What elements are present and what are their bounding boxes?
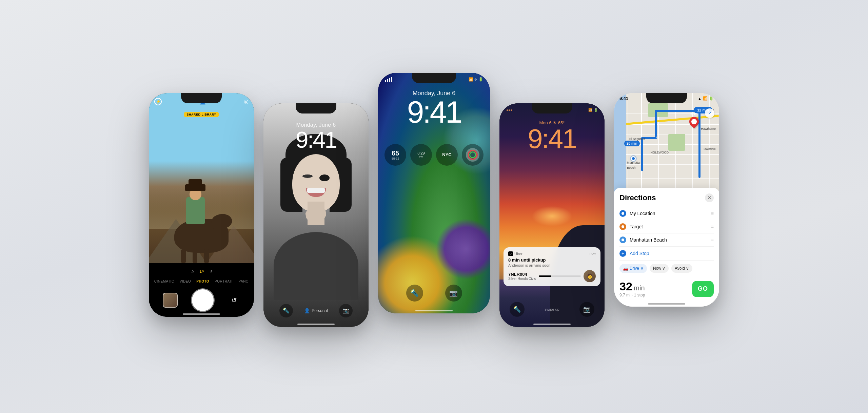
phone-maps: Westchester Hawthorne Lawndale El Segund… [614,93,719,307]
el-segundo-label: El Segundo [629,137,645,141]
carrier-3: 📶 ✈ 🔋 [469,77,483,82]
map-view: Westchester Hawthorne Lawndale El Segund… [614,93,719,195]
go-button[interactable]: GO [692,281,714,297]
camera-icon-2[interactable]: 📷 [339,304,353,317]
directions-header: Directions ✕ [619,193,714,202]
uber-arriving-text: Anderson is arriving soon [508,263,596,267]
mode-photo[interactable]: PHOTO [196,280,209,283]
manhattan-label: Manhattan [627,161,642,164]
route-detail-text: 9.7 mi · 1 stop [619,293,645,297]
uber-driver-avatar: 🧑 [584,270,596,282]
widget-time: 8:29 [417,151,425,155]
lock-bottom-2: 🔦 👤 Personal 📷 [263,304,369,317]
lock-time-area-3: Monday, June 6 9:41 [378,90,490,127]
home-indicator-5 [648,303,685,305]
uber-header: U Uber now [508,251,596,256]
current-location-arrow[interactable]: ↗ [705,108,714,118]
avoid-button[interactable]: Avoid ∨ [671,264,692,273]
bw-screen: Monday, June 6 9:41 🔦 👤 Personal 📷 [263,103,369,327]
lock-bottom-3: 🔦 📷 [378,285,490,302]
add-stop-label[interactable]: Add Stop [630,251,649,256]
reorder-icon-1[interactable]: ≡ [711,211,714,216]
manhattan-beach-row: Manhattan Beach ≡ [619,233,714,247]
camera-screen: ⚡ 👤 ◎ SHARED LIBRARY .5 1× 3 CINEMATIC [149,93,254,317]
manhattan-beach-dot [619,236,626,243]
rider-figure [167,168,235,263]
route-summary: 32 min 9.7 mi · 1 stop GO [619,276,714,297]
widgets-row-3: 65 55·72 8:29 PM NYC [378,144,490,166]
reorder-icon-2[interactable]: ≡ [711,224,714,229]
sunset-screen: ●●● 📶🔋 Mon 6 ☀ 65° 9:41 U Uber [499,103,605,327]
uber-time-ago: now [590,252,596,255]
status-bar-5: 9:41 ▲ 📶 🔋 [614,93,719,104]
status-bar-4: ●●● 📶🔋 [499,107,605,113]
uber-icon: U [508,251,513,256]
uber-pickup-title: 8 min until pickup [508,257,596,263]
close-directions-button[interactable]: ✕ [705,193,714,202]
directions-title: Directions [619,193,656,202]
time-button[interactable]: Now ∨ [650,264,669,273]
uber-plate-info: 7NLR004 Silver Honda Civic [508,272,536,281]
camera-controls: .5 1× 3 CINEMATIC VIDEO PHOTO PORTRAIT P… [149,263,254,316]
mode-pano[interactable]: PANO [239,280,249,283]
activity-rings [466,148,479,162]
activity-widget [462,144,484,166]
route-time-value: 32 [619,280,632,293]
hawthorne-label: Hawthorne [701,127,716,130]
widget-range: 55·72 [392,157,399,160]
target-row: Target ≡ [619,220,714,233]
reorder-icon-3[interactable]: ≡ [711,237,714,243]
city-widget: NYC [436,144,458,166]
flip-camera-icon[interactable]: ↺ [228,294,240,306]
flashlight-icon-2[interactable]: 🔦 [279,304,293,317]
uber-car-desc: Silver Honda Civic [508,277,536,281]
settings-circle-icon[interactable]: ◎ [244,98,249,105]
notch [181,93,222,103]
transport-options-row: 🚗 Drive ∨ Now ∨ Avoid ∨ [619,260,714,276]
shared-library-badge: SHARED LIBRARY [184,112,219,117]
manhattan-beach-label: Manhattan Beach [630,237,708,243]
flash-icon[interactable]: ⚡ [154,98,162,105]
time-widget: 8:29 PM [410,144,432,166]
zoom-1x[interactable]: 1× [199,269,204,274]
shutter-button[interactable] [192,289,214,311]
add-stop-button[interactable]: + [619,250,626,257]
phone-camera: ⚡ 👤 ◎ SHARED LIBRARY .5 1× 3 CINEMATIC [149,93,254,317]
uber-notification: U Uber now 8 min until pickup Anderson i… [504,247,600,286]
notch-2 [296,103,336,113]
camera-bottom-bar: ↺ [149,289,254,311]
phone-colorful-lockscreen: 📶 ✈ 🔋 Monday, June 6 9:41 65 55·72 8:29 … [378,73,490,313]
mode-video[interactable]: VIDEO [180,280,191,283]
widget-pm: PM [419,155,423,158]
lock-time-area-2: Monday, June 6 9:41 [263,122,369,151]
flashlight-icon-4[interactable]: 🔦 [510,302,525,317]
mode-cinematic[interactable]: CINEMATIC [154,280,174,283]
profile-label-2: 👤 Personal [304,308,328,313]
flashlight-icon-3[interactable]: 🔦 [406,285,423,302]
maps-screen: Westchester Hawthorne Lawndale El Segund… [614,93,719,307]
zoom-05[interactable]: .5 [191,269,194,273]
camera-icon-4[interactable]: 📷 [579,302,594,317]
zoom-3x[interactable]: 3 [210,269,212,273]
directions-panel: Directions ✕ My Location ≡ [614,188,719,307]
mode-portrait[interactable]: PORTRAIT [215,280,233,283]
status-icons-5: ▲ 📶 🔋 [698,96,714,101]
colorful-screen: 📶 ✈ 🔋 Monday, June 6 9:41 65 55·72 8:29 … [378,73,490,313]
uber-plate-number: 7NLR004 [508,272,536,277]
drive-chevron: ∨ [640,266,644,271]
target-label-map: Target [689,112,697,115]
home-indicator-2 [297,324,335,325]
signal-icon-3 [385,77,392,82]
uber-progress-bar [539,275,581,277]
camera-icon-3[interactable]: 📷 [445,285,462,302]
wifi-icon-5: 📶 [703,96,708,101]
home-indicator [183,313,220,315]
drive-button[interactable]: 🚗 Drive ∨ [619,264,647,273]
home-indicator-3 [415,310,453,311]
camera-thumbnail[interactable] [163,293,178,308]
widget-temp: 65 [392,149,399,157]
car-icon: 🚗 [623,266,628,271]
lock-time-area-4: Mon 6 ☀ 65° 9:41 [499,120,605,152]
eta-20min-badge: 20 min [624,141,640,146]
battery-icon-5: 🔋 [709,96,714,101]
